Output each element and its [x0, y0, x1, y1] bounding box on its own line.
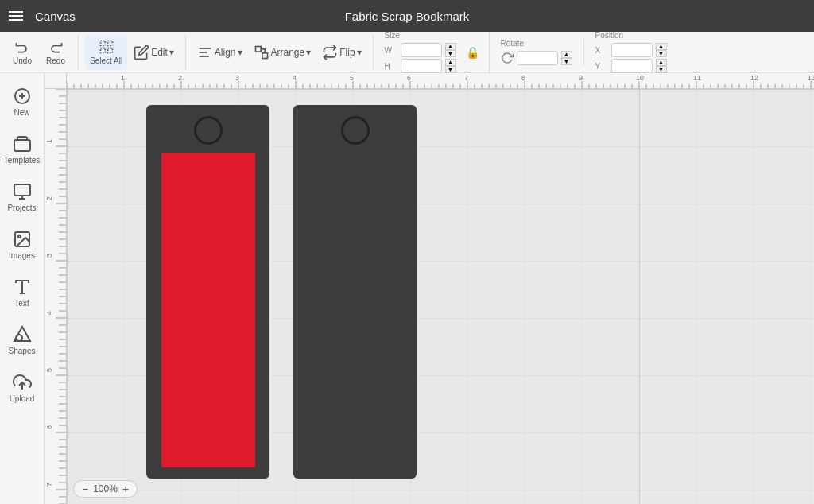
svg-rect-0	[100, 41, 105, 46]
zoom-level: 100%	[93, 483, 118, 494]
x-row: X ▲ ▼	[595, 43, 667, 57]
zoom-controls: − 100% +	[73, 480, 138, 498]
bookmark-left[interactable]	[146, 105, 269, 479]
svg-rect-1	[107, 41, 112, 46]
redo-label: Redo	[46, 56, 65, 65]
height-input[interactable]	[401, 59, 442, 73]
templates-icon	[13, 134, 32, 153]
bookmark-right-hole	[341, 116, 370, 145]
width-up-button[interactable]: ▲	[445, 43, 456, 50]
width-down-button[interactable]: ▼	[445, 50, 456, 57]
edit-button[interactable]: Edit ▾	[129, 35, 179, 70]
new-label: New	[14, 108, 29, 117]
y-row: Y ▲ ▼	[595, 59, 667, 73]
bookmark-left-hole	[194, 116, 223, 145]
toolbar: Undo Redo Select All Edit ▾ Align ▾ Arra…	[0, 32, 814, 73]
upload-label: Upload	[10, 394, 35, 403]
undo-redo-group: Undo Redo	[6, 35, 79, 70]
y-up-button[interactable]: ▲	[656, 59, 667, 66]
size-fields: Size W ▲ ▼ H ▲ ▼	[380, 31, 461, 73]
align-group: Align ▾ Arrange ▾ Flip ▾	[192, 35, 374, 70]
arrange-label: Arrange	[271, 47, 305, 58]
zoom-out-button[interactable]: −	[80, 483, 90, 495]
arrange-button[interactable]: Arrange ▾	[249, 35, 316, 70]
height-down-button[interactable]: ▼	[445, 66, 456, 73]
align-button[interactable]: Align ▾	[192, 35, 247, 70]
topbar: Canvas Fabric Scrap Bookmark	[0, 0, 814, 32]
edit-label: Edit	[151, 47, 168, 58]
svg-rect-8	[262, 52, 267, 58]
height-row: H ▲ ▼	[385, 59, 456, 73]
svg-point-16	[18, 235, 21, 238]
ruler-corner	[45, 73, 67, 89]
position-fields: Position X ▲ ▼ Y ▲ ▼	[591, 31, 672, 73]
undo-label: Undo	[13, 56, 32, 65]
y-label: Y	[595, 62, 608, 71]
sidebar-item-new[interactable]: New	[2, 79, 42, 124]
width-row: W ▲ ▼	[385, 43, 456, 57]
bookmark-right[interactable]	[293, 105, 417, 479]
menu-button[interactable]	[0, 11, 32, 21]
height-stepper: ▲ ▼	[445, 59, 456, 73]
bookmark-container	[146, 105, 417, 479]
svg-rect-3	[107, 48, 112, 53]
new-icon	[13, 87, 32, 106]
project-title: Fabric Scrap Bookmark	[345, 10, 470, 23]
position-group: Position X ▲ ▼ Y ▲ ▼	[591, 31, 678, 73]
images-label: Images	[9, 251, 35, 260]
lock-icon: 🔒	[463, 46, 483, 59]
canvas-area[interactable]: − 100% +	[45, 73, 814, 504]
redo-button[interactable]: Redo	[40, 35, 72, 70]
projects-icon	[13, 182, 32, 201]
height-up-button[interactable]: ▲	[445, 59, 456, 66]
svg-rect-2	[100, 48, 105, 53]
sidebar: New Templates Projects Images Text Shape…	[0, 73, 45, 504]
main-layout: New Templates Projects Images Text Shape…	[0, 73, 814, 504]
text-icon	[13, 277, 32, 297]
text-label: Text	[14, 299, 29, 308]
w-label: W	[385, 46, 397, 55]
images-icon	[13, 230, 32, 249]
x-down-button[interactable]: ▼	[656, 50, 667, 57]
y-stepper: ▲ ▼	[656, 59, 667, 73]
select-all-label: Select All	[90, 56, 122, 65]
undo-button[interactable]: Undo	[6, 35, 38, 70]
sidebar-item-shapes[interactable]: Shapes	[2, 318, 42, 362]
sidebar-item-projects[interactable]: Projects	[2, 175, 42, 219]
y-input[interactable]	[611, 59, 653, 73]
rotate-fields: Rotate ▲ ▼	[496, 39, 577, 65]
sidebar-item-text[interactable]: Text	[2, 270, 42, 315]
rotate-down-button[interactable]: ▼	[561, 58, 572, 65]
sidebar-item-upload[interactable]: Upload	[2, 366, 42, 410]
rotate-icon	[501, 52, 514, 64]
size-group: Size W ▲ ▼ H ▲ ▼ 🔒	[380, 31, 490, 73]
rotate-row: ▲ ▼	[501, 51, 572, 65]
hamburger-icon	[9, 11, 23, 21]
sidebar-item-images[interactable]: Images	[2, 223, 42, 267]
svg-rect-7	[255, 46, 261, 52]
x-stepper: ▲ ▼	[656, 43, 667, 57]
canvas-content	[67, 89, 814, 504]
upload-icon	[13, 373, 32, 392]
shapes-icon	[13, 325, 32, 344]
rotate-input[interactable]	[517, 51, 558, 65]
rotate-up-button[interactable]: ▲	[561, 51, 572, 58]
ruler-horizontal	[67, 73, 814, 89]
width-input[interactable]	[401, 43, 442, 57]
ruler-vertical	[45, 89, 67, 504]
zoom-in-button[interactable]: +	[121, 483, 130, 495]
flip-button[interactable]: Flip ▾	[317, 35, 366, 70]
x-up-button[interactable]: ▲	[656, 43, 667, 50]
width-stepper: ▲ ▼	[445, 43, 456, 57]
x-label: X	[595, 46, 608, 55]
y-down-button[interactable]: ▼	[656, 66, 667, 73]
rotate-stepper: ▲ ▼	[561, 51, 572, 65]
arrange-chevron-icon: ▾	[306, 47, 311, 58]
sidebar-item-templates[interactable]: Templates	[2, 127, 42, 172]
h-label: H	[385, 62, 397, 71]
select-all-button[interactable]: Select All	[85, 35, 127, 70]
bookmark-left-fabric	[161, 153, 255, 467]
size-label: Size	[385, 31, 456, 40]
x-input[interactable]	[611, 43, 653, 57]
rotate-group: Rotate ▲ ▼	[496, 39, 584, 65]
